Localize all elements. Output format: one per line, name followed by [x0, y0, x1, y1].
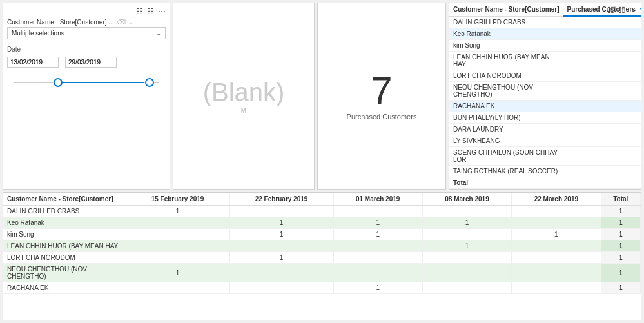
blank-panel: (Blank) M: [173, 3, 315, 190]
cell-total: 1: [601, 240, 640, 252]
col-header-d4[interactable]: 08 March 2019: [422, 193, 511, 206]
col-header-total[interactable]: Total: [601, 193, 640, 206]
big-number-panel: 7 Purchased Customers: [317, 3, 446, 190]
date-slider[interactable]: [7, 73, 166, 92]
table-row: BUN PHALLY(LY HOR) 0.00: [449, 112, 641, 124]
cell-d1: [126, 229, 229, 240]
cell-d5: [512, 252, 601, 264]
customer-dropdown[interactable]: Multiple selections ⌄: [7, 27, 166, 39]
list-item: LORT CHA NORODOM11: [3, 252, 641, 264]
table-row: DALIN GRILLED CRABS 1 2.00: [449, 16, 641, 28]
right-table-scroll[interactable]: Customer Name - Store[Customer] Purchase…: [449, 3, 641, 189]
col-header-d5[interactable]: 22 March 2019: [512, 193, 601, 206]
table-row: Keo Ratanak 1 3.00: [449, 28, 641, 40]
left-panel-toolbar: ☷ ☷ ⋯: [7, 7, 166, 16]
list-item: LEAN CHHIN HUOR (BAY MEAN HAY11: [3, 240, 641, 252]
right-table-icon[interactable]: ☷: [618, 6, 625, 15]
cell-d2: 1: [229, 252, 333, 264]
cell-purchased: 1: [563, 28, 641, 40]
cell-purchased: [563, 112, 641, 124]
col-header-d1[interactable]: 15 February 2019: [126, 193, 229, 206]
cell-name: TAING ROTHNAK (REAL SOCCER): [449, 166, 563, 177]
cell-d3: 1: [333, 229, 422, 240]
col-header-name[interactable]: Customer Name - Store[Customer]: [449, 3, 563, 16]
right-filter-icon[interactable]: ☷: [607, 6, 614, 15]
cell-name: BUN PHALLY(LY HOR): [449, 112, 563, 124]
blank-label: (Blank): [203, 78, 285, 107]
table-row: SOENG CHHAILUN (SOUN CHHAY LOR 0.00: [449, 147, 641, 166]
date-to-input[interactable]: [65, 57, 117, 68]
cell-name: LORT CHA NORODOM: [449, 70, 563, 82]
cell-name: Keo Ratanak: [449, 28, 563, 40]
cell-name: DALIN GRILLED CRABS: [449, 16, 563, 28]
cell-d1: [126, 240, 229, 252]
slider-track: [14, 82, 159, 83]
table-row: LY SIVKHEANG 0.00: [449, 135, 641, 147]
table-row: DARA LAUNDRY 0.00: [449, 124, 641, 135]
cell-d1: 1: [126, 264, 229, 282]
cell-purchased: 1: [563, 16, 641, 28]
cell-d1: [126, 217, 229, 229]
cell-d4: [422, 229, 511, 240]
table-row: kim Song 1 3.00: [449, 40, 641, 52]
cell-d1: [126, 282, 229, 294]
cell-purchased: [563, 124, 641, 135]
list-item: kim Song1111: [3, 229, 641, 240]
cell-d2: 1: [229, 217, 333, 229]
chevron-down-icon-2: ⌄: [156, 30, 161, 37]
cell-purchased: 1: [563, 82, 641, 101]
date-from-input[interactable]: [7, 57, 59, 68]
blank-sub: M: [241, 107, 246, 114]
cell-purchased: [563, 166, 641, 177]
cell-name: RACHANA EK: [449, 101, 563, 112]
filter-panel: ☷ ☷ ⋯ Customer Name - Store[Customer] ..…: [3, 3, 170, 190]
cell-name: NEOU CHENGTHOU (NOV CHENGTHO): [3, 264, 126, 282]
slider-thumb-left[interactable]: [54, 78, 63, 87]
cell-d5: 1: [512, 229, 601, 240]
cell-name: DARA LAUNDRY: [449, 124, 563, 135]
cell-d4: [422, 252, 511, 264]
table-icon[interactable]: ☷: [147, 7, 154, 16]
more-icon[interactable]: ⋯: [158, 7, 166, 16]
big-number-label: Purchased Customers: [347, 113, 417, 121]
filter-icon[interactable]: ☷: [136, 7, 143, 16]
date-range-inputs: [7, 57, 166, 68]
dropdown-label: Customer Name - Store[Customer] ... ⌫ ⌄: [7, 19, 166, 26]
total-row: Total 7 12.00: [449, 177, 641, 189]
cell-d4: 1: [422, 217, 511, 229]
bottom-table-panel: Customer Name - Store[Customer]15 Februa…: [3, 192, 641, 320]
eraser-icon[interactable]: ⌫: [117, 19, 126, 26]
col-header-d2[interactable]: 22 February 2019: [229, 193, 333, 206]
cell-d4: [422, 264, 511, 282]
list-item: RACHANA EK11: [3, 282, 641, 294]
cell-name: RACHANA EK: [3, 282, 126, 294]
right-data-table: Customer Name - Store[Customer] Purchase…: [449, 3, 641, 189]
right-more-icon[interactable]: ⋯: [629, 6, 637, 15]
cell-name: LEAN CHHIN HUOR (BAY MEAN HAY: [449, 52, 563, 70]
right-table-panel: ☷ ☷ ⋯ Customer Name - Store[Customer] Pu…: [449, 3, 641, 190]
cell-d5: [512, 240, 601, 252]
cell-total: 1: [601, 282, 640, 294]
cell-d1: [126, 252, 229, 264]
cell-name: NEOU CHENGTHOU (NOV CHENGTHO): [449, 82, 563, 101]
cell-name: SOENG CHHAILUN (SOUN CHHAY LOR: [449, 147, 563, 166]
sort-arrow-purchased: ▼: [638, 6, 641, 13]
cell-purchased: [563, 147, 641, 166]
total-purchased: 7: [563, 177, 641, 189]
cell-d2: [229, 264, 333, 282]
cell-name: kim Song: [3, 229, 126, 240]
cell-d2: [229, 240, 333, 252]
cell-name: LY SIVKHEANG: [449, 135, 563, 147]
cell-d1: 1: [126, 206, 229, 217]
cell-d4: 1: [422, 240, 511, 252]
cell-d4: [422, 206, 511, 217]
cell-total: 1: [601, 252, 640, 264]
col-header-name[interactable]: Customer Name - Store[Customer]: [3, 193, 126, 206]
cell-d3: [333, 264, 422, 282]
table-row: TAING ROTHNAK (REAL SOCCER) 0.00: [449, 166, 641, 177]
col-header-d3[interactable]: 01 March 2019: [333, 193, 422, 206]
chevron-down-icon[interactable]: ⌄: [128, 19, 133, 26]
cell-d5: [512, 217, 601, 229]
slider-thumb-right[interactable]: [145, 78, 154, 87]
cell-total: 1: [601, 217, 640, 229]
